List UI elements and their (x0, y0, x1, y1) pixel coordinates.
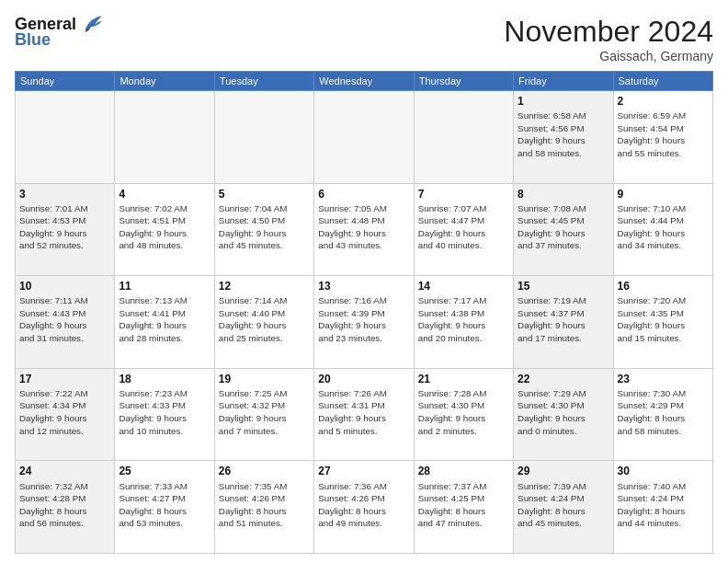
day-number: 19 (219, 372, 310, 386)
month-title: November 2024 (504, 15, 713, 49)
day-number: 12 (219, 279, 310, 293)
day-number: 30 (618, 464, 709, 478)
day-info: Sunrise: 7:40 AM Sunset: 4:24 PM Dayligh… (618, 480, 709, 530)
day-info: Sunrise: 7:28 AM Sunset: 4:30 PM Dayligh… (418, 387, 509, 437)
table-row: 30Sunrise: 7:40 AM Sunset: 4:24 PM Dayli… (613, 461, 712, 554)
table-row: 23Sunrise: 7:30 AM Sunset: 4:29 PM Dayli… (613, 368, 712, 461)
page: General Blue November 2024 Gaissach, Ger… (0, 0, 728, 563)
calendar-week-row: 17Sunrise: 7:22 AM Sunset: 4:34 PM Dayli… (16, 368, 713, 461)
table-row: 3Sunrise: 7:01 AM Sunset: 4:53 PM Daylig… (16, 183, 115, 276)
day-info: Sunrise: 7:08 AM Sunset: 4:45 PM Dayligh… (518, 202, 609, 252)
header-wednesday: Wednesday (314, 72, 414, 91)
day-info: Sunrise: 6:59 AM Sunset: 4:54 PM Dayligh… (618, 109, 709, 159)
logo-bird-icon (78, 14, 104, 34)
day-number: 25 (119, 464, 210, 478)
location: Gaissach, Germany (504, 49, 713, 63)
day-number: 22 (518, 372, 609, 386)
table-row: 27Sunrise: 7:36 AM Sunset: 4:26 PM Dayli… (314, 461, 414, 554)
day-number: 29 (518, 464, 609, 478)
header-saturday: Saturday (613, 72, 712, 91)
day-number: 13 (318, 279, 409, 293)
table-row: 25Sunrise: 7:33 AM Sunset: 4:27 PM Dayli… (115, 461, 214, 554)
table-row (314, 91, 414, 184)
day-number: 28 (418, 464, 509, 478)
day-info: Sunrise: 7:23 AM Sunset: 4:33 PM Dayligh… (119, 387, 210, 437)
calendar-week-row: 1Sunrise: 6:58 AM Sunset: 4:56 PM Daylig… (16, 91, 713, 184)
header-thursday: Thursday (414, 72, 513, 91)
table-row (214, 91, 313, 184)
header-sunday: Sunday (16, 72, 115, 91)
day-number: 8 (518, 187, 609, 201)
table-row: 16Sunrise: 7:20 AM Sunset: 4:35 PM Dayli… (613, 276, 712, 369)
day-number: 23 (618, 372, 709, 386)
table-row: 20Sunrise: 7:26 AM Sunset: 4:31 PM Dayli… (314, 368, 414, 461)
day-info: Sunrise: 7:13 AM Sunset: 4:41 PM Dayligh… (119, 294, 210, 344)
table-row: 10Sunrise: 7:11 AM Sunset: 4:43 PM Dayli… (16, 276, 115, 369)
day-info: Sunrise: 7:17 AM Sunset: 4:38 PM Dayligh… (418, 294, 509, 344)
day-number: 16 (618, 279, 709, 293)
day-info: Sunrise: 7:22 AM Sunset: 4:34 PM Dayligh… (19, 387, 110, 437)
table-row: 13Sunrise: 7:16 AM Sunset: 4:39 PM Dayli… (314, 276, 414, 369)
day-info: Sunrise: 7:10 AM Sunset: 4:44 PM Dayligh… (618, 202, 709, 252)
table-row: 12Sunrise: 7:14 AM Sunset: 4:40 PM Dayli… (214, 276, 313, 369)
day-info: Sunrise: 7:33 AM Sunset: 4:27 PM Dayligh… (119, 480, 210, 530)
day-number: 17 (19, 372, 110, 386)
table-row: 26Sunrise: 7:35 AM Sunset: 4:26 PM Dayli… (214, 461, 313, 554)
table-row: 15Sunrise: 7:19 AM Sunset: 4:37 PM Dayli… (514, 276, 613, 369)
day-info: Sunrise: 7:14 AM Sunset: 4:40 PM Dayligh… (219, 294, 310, 344)
day-info: Sunrise: 7:35 AM Sunset: 4:26 PM Dayligh… (219, 480, 310, 530)
table-row: 18Sunrise: 7:23 AM Sunset: 4:33 PM Dayli… (115, 368, 214, 461)
table-row: 7Sunrise: 7:07 AM Sunset: 4:47 PM Daylig… (414, 183, 513, 276)
day-number: 6 (318, 187, 409, 201)
day-info: Sunrise: 7:04 AM Sunset: 4:50 PM Dayligh… (219, 202, 310, 252)
table-row: 1Sunrise: 6:58 AM Sunset: 4:56 PM Daylig… (514, 91, 613, 184)
day-info: Sunrise: 7:29 AM Sunset: 4:30 PM Dayligh… (518, 387, 609, 437)
day-info: Sunrise: 7:05 AM Sunset: 4:48 PM Dayligh… (318, 202, 409, 252)
day-info: Sunrise: 7:16 AM Sunset: 4:39 PM Dayligh… (318, 294, 409, 344)
calendar-table: Sunday Monday Tuesday Wednesday Thursday… (15, 71, 713, 554)
table-row: 2Sunrise: 6:59 AM Sunset: 4:54 PM Daylig… (613, 91, 712, 184)
table-row: 5Sunrise: 7:04 AM Sunset: 4:50 PM Daylig… (214, 183, 313, 276)
header-monday: Monday (115, 72, 214, 91)
day-number: 4 (119, 187, 210, 201)
day-number: 10 (19, 279, 110, 293)
table-row: 22Sunrise: 7:29 AM Sunset: 4:30 PM Dayli… (514, 368, 613, 461)
table-row: 8Sunrise: 7:08 AM Sunset: 4:45 PM Daylig… (514, 183, 613, 276)
day-number: 24 (19, 464, 110, 478)
day-number: 20 (318, 372, 409, 386)
day-number: 11 (119, 279, 210, 293)
logo: General Blue (15, 15, 104, 50)
table-row: 19Sunrise: 7:25 AM Sunset: 4:32 PM Dayli… (214, 368, 313, 461)
table-row: 17Sunrise: 7:22 AM Sunset: 4:34 PM Dayli… (16, 368, 115, 461)
day-number: 5 (219, 187, 310, 201)
day-number: 9 (618, 187, 709, 201)
day-info: Sunrise: 7:25 AM Sunset: 4:32 PM Dayligh… (219, 387, 310, 437)
day-number: 3 (19, 187, 110, 201)
day-info: Sunrise: 7:32 AM Sunset: 4:28 PM Dayligh… (19, 480, 110, 530)
calendar-header-row: Sunday Monday Tuesday Wednesday Thursday… (16, 72, 713, 91)
day-info: Sunrise: 6:58 AM Sunset: 4:56 PM Dayligh… (518, 109, 609, 159)
day-info: Sunrise: 7:19 AM Sunset: 4:37 PM Dayligh… (518, 294, 609, 344)
table-row (414, 91, 513, 184)
day-number: 18 (119, 372, 210, 386)
table-row: 14Sunrise: 7:17 AM Sunset: 4:38 PM Dayli… (414, 276, 513, 369)
table-row: 4Sunrise: 7:02 AM Sunset: 4:51 PM Daylig… (115, 183, 214, 276)
day-number: 27 (318, 464, 409, 478)
table-row: 9Sunrise: 7:10 AM Sunset: 4:44 PM Daylig… (613, 183, 712, 276)
day-number: 26 (219, 464, 310, 478)
day-info: Sunrise: 7:26 AM Sunset: 4:31 PM Dayligh… (318, 387, 409, 437)
calendar-week-row: 10Sunrise: 7:11 AM Sunset: 4:43 PM Dayli… (16, 276, 713, 369)
day-number: 21 (418, 372, 509, 386)
day-info: Sunrise: 7:07 AM Sunset: 4:47 PM Dayligh… (418, 202, 509, 252)
table-row: 24Sunrise: 7:32 AM Sunset: 4:28 PM Dayli… (16, 461, 115, 554)
header-friday: Friday (514, 72, 613, 91)
day-number: 14 (418, 279, 509, 293)
table-row: 29Sunrise: 7:39 AM Sunset: 4:24 PM Dayli… (514, 461, 613, 554)
table-row: 6Sunrise: 7:05 AM Sunset: 4:48 PM Daylig… (314, 183, 414, 276)
day-info: Sunrise: 7:01 AM Sunset: 4:53 PM Dayligh… (19, 202, 110, 252)
header-tuesday: Tuesday (214, 72, 313, 91)
day-info: Sunrise: 7:11 AM Sunset: 4:43 PM Dayligh… (19, 294, 110, 344)
table-row: 28Sunrise: 7:37 AM Sunset: 4:25 PM Dayli… (414, 461, 513, 554)
table-row (16, 91, 115, 184)
table-row: 21Sunrise: 7:28 AM Sunset: 4:30 PM Dayli… (414, 368, 513, 461)
